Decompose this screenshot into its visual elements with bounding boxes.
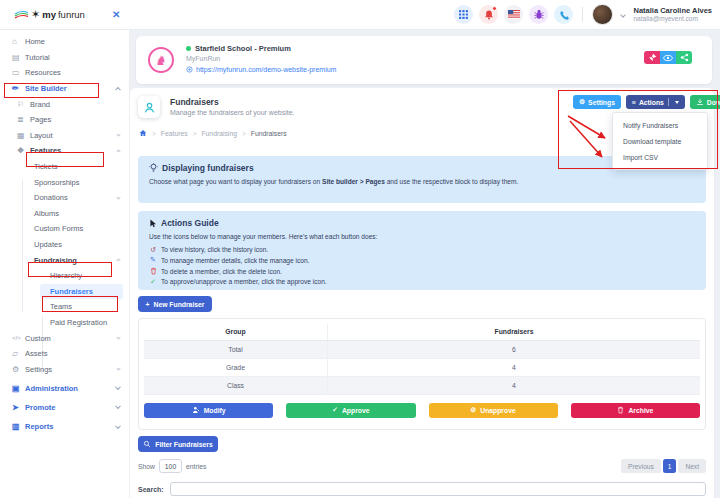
school-url: https://myfunrun.com/demo-website-premiu… xyxy=(196,66,336,73)
new-fundraiser-button[interactable]: +New Fundraiser xyxy=(138,296,212,312)
entries-count-input[interactable] xyxy=(159,459,182,473)
chevron-down-icon xyxy=(116,195,120,199)
archive-button[interactable]: Archive xyxy=(571,403,700,418)
sidebar-item-promote[interactable]: ➤Promote xyxy=(0,400,129,416)
approve-check-icon: ✓ xyxy=(149,278,157,286)
menu-item-import-csv[interactable]: Import CSV xyxy=(613,149,707,165)
share-icon[interactable] xyxy=(676,51,692,64)
sidebar-item-settings[interactable]: ⚙Settings xyxy=(0,361,129,377)
apps-grid-icon[interactable] xyxy=(454,5,473,24)
sidebar-item-label: Assets xyxy=(25,349,48,358)
user-block[interactable]: Natalia Caroline Alves natalia@myevent.c… xyxy=(633,6,712,24)
download-button[interactable]: Download xyxy=(690,95,720,109)
search-input[interactable] xyxy=(170,482,706,496)
unpin-icon[interactable] xyxy=(644,51,660,64)
sidebar-item-fundraising[interactable]: Fundraising xyxy=(0,252,129,268)
page-title: Fundraisers xyxy=(170,97,219,107)
pagination-previous[interactable]: Previous xyxy=(621,459,661,473)
pagination-next[interactable]: Next xyxy=(678,459,706,473)
notifications-bell-icon[interactable] xyxy=(479,5,498,24)
breadcrumb-fundraising[interactable]: Fundraising xyxy=(201,130,237,137)
phone-support-icon[interactable] xyxy=(554,5,573,24)
sidebar-item-label: Promote xyxy=(25,403,55,412)
sidebar-item-label: Pages xyxy=(30,115,51,124)
breadcrumb-separator: > xyxy=(152,130,156,137)
sidebar-item-tutorial[interactable]: ▤Tutorial xyxy=(0,50,129,66)
user-email: natalia@myevent.com xyxy=(633,15,712,23)
sidebar-item-updates[interactable]: Updates xyxy=(0,237,129,253)
sidebar-item-pages[interactable]: ≣Pages xyxy=(0,112,129,128)
settings-label: Settings xyxy=(588,99,615,106)
bug-report-icon[interactable] xyxy=(529,5,548,24)
sidebar-item-resources[interactable]: ▭Resources xyxy=(0,65,129,81)
sidebar-item-assets[interactable]: ▱Assets xyxy=(0,346,129,362)
user-avatar[interactable] xyxy=(592,4,613,25)
sidebar-item-label: Administration xyxy=(25,384,78,393)
sidebar-item-sponsorships[interactable]: Sponsorships xyxy=(0,174,129,190)
sidebar-item-paid-registration[interactable]: Paid Registration xyxy=(0,315,129,331)
fundraisers-summary-card: Group Fundraisers Total6 Grade4 Class4 M… xyxy=(138,318,706,430)
chevron-down-icon xyxy=(115,423,121,429)
sidebar-item-label: Paid Registration xyxy=(50,318,107,327)
table-row: Total6 xyxy=(144,340,700,358)
link-icon xyxy=(186,66,193,73)
actions-guide-intro: Use the icons below to manage your membe… xyxy=(138,228,706,244)
cell-count: 6 xyxy=(327,340,700,358)
filter-fundraisers-button[interactable]: Filter Fundraisers xyxy=(138,436,218,452)
approve-button[interactable]: ✓Approve xyxy=(286,403,415,418)
settings-button[interactable]: ⚙Settings xyxy=(573,95,621,109)
sidebar-item-label: Custom xyxy=(25,334,51,343)
unapprove-button[interactable]: ⊘Unapprove xyxy=(429,403,558,418)
layout-icon: ▦ xyxy=(17,131,30,140)
sidebar-item-custom[interactable]: </>Custom xyxy=(0,330,129,346)
sidebar-item-label: Teams xyxy=(50,302,72,311)
sidebar-item-albums[interactable]: Albums xyxy=(0,206,129,222)
guide-item-manage: ✎To manage member details, click the man… xyxy=(138,256,706,265)
chevron-down-icon xyxy=(116,133,120,137)
sidebar-item-donations[interactable]: Donations xyxy=(0,190,129,206)
sidebar-item-brand[interactable]: ⚐Brand xyxy=(0,96,129,112)
sidebar-item-administration[interactable]: ▣Administration xyxy=(0,381,129,397)
caret-down-icon xyxy=(675,101,679,104)
new-fundraiser-label: New Fundraiser xyxy=(153,301,204,308)
sidebar-item-tickets[interactable]: Tickets xyxy=(0,159,129,175)
sidebar-item-label: Updates xyxy=(34,240,62,249)
breadcrumb-features[interactable]: Features xyxy=(161,130,188,137)
school-quick-actions xyxy=(644,51,692,64)
pagination-page-1[interactable]: 1 xyxy=(663,459,677,473)
modify-button[interactable]: Modify xyxy=(144,403,273,418)
sidebar-item-features[interactable]: ❖Features xyxy=(0,143,129,159)
sidebar-item-teams[interactable]: Teams xyxy=(0,299,129,315)
sidebar-item-custom-forms[interactable]: Custom Forms xyxy=(0,221,129,237)
chevron-down-icon xyxy=(116,335,120,339)
actions-button[interactable]: ≡Actions xyxy=(626,95,685,109)
close-icon[interactable]: ✕ xyxy=(112,9,120,20)
home-icon[interactable] xyxy=(139,129,147,137)
actions-guide-title: Actions Guide xyxy=(161,218,219,228)
approve-label: Approve xyxy=(342,407,370,414)
guide-item-history: ↺To view history, click the history icon… xyxy=(138,245,706,254)
topbar-divider xyxy=(582,7,583,22)
home-icon: ⌂ xyxy=(12,37,25,46)
info-text: and use the respective block to display … xyxy=(385,178,518,185)
search-icon xyxy=(143,440,151,448)
sidebar-item-reports[interactable]: ▥Reports xyxy=(0,419,129,435)
sidebar-item-label: Layout xyxy=(30,131,53,140)
school-website-link[interactable]: https://myfunrun.com/demo-website-premiu… xyxy=(186,66,336,73)
fundraisers-page-icon xyxy=(138,96,160,118)
prohibit-icon: ⊘ xyxy=(471,406,477,414)
app-logo[interactable]: ✶ myfunrun xyxy=(0,9,104,21)
guide-text: To view history, click the history icon. xyxy=(161,246,268,253)
guide-item-delete: To delete a member, click the delete ico… xyxy=(138,266,706,275)
preview-eye-icon[interactable] xyxy=(660,51,676,64)
guide-text: To approve/unapprove a member, click the… xyxy=(161,278,327,285)
menu-item-notify-fundraisers[interactable]: Notify Fundraisers xyxy=(613,117,707,133)
language-flag-icon[interactable] xyxy=(504,5,523,24)
user-menu-chevron-icon[interactable] xyxy=(621,12,627,18)
sidebar-item-home[interactable]: ⌂Home xyxy=(0,34,129,50)
sidebar-item-layout[interactable]: ▦Layout xyxy=(0,128,129,144)
sidebar-item-fundraisers[interactable]: Fundraisers xyxy=(40,284,123,300)
sidebar-item-site-builder[interactable]: ✏Site Builder xyxy=(0,81,129,97)
menu-item-download-template[interactable]: Download template xyxy=(613,133,707,149)
sidebar-item-hierarchy[interactable]: Hierarchy xyxy=(0,268,129,284)
